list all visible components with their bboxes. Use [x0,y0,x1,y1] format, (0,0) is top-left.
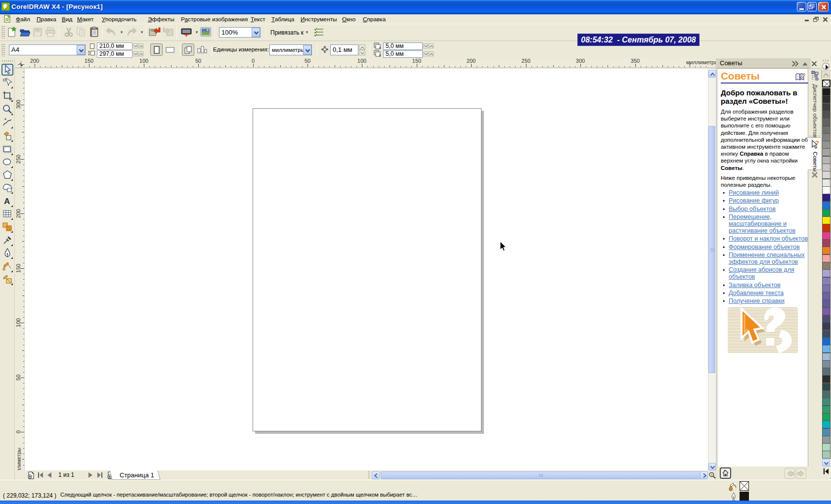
svg-text:A: A [4,197,10,206]
svg-text:x: x [379,46,381,49]
svg-text:y: y [379,53,381,57]
svg-text:?: ? [711,473,713,477]
svg-text:?: ? [815,139,819,147]
